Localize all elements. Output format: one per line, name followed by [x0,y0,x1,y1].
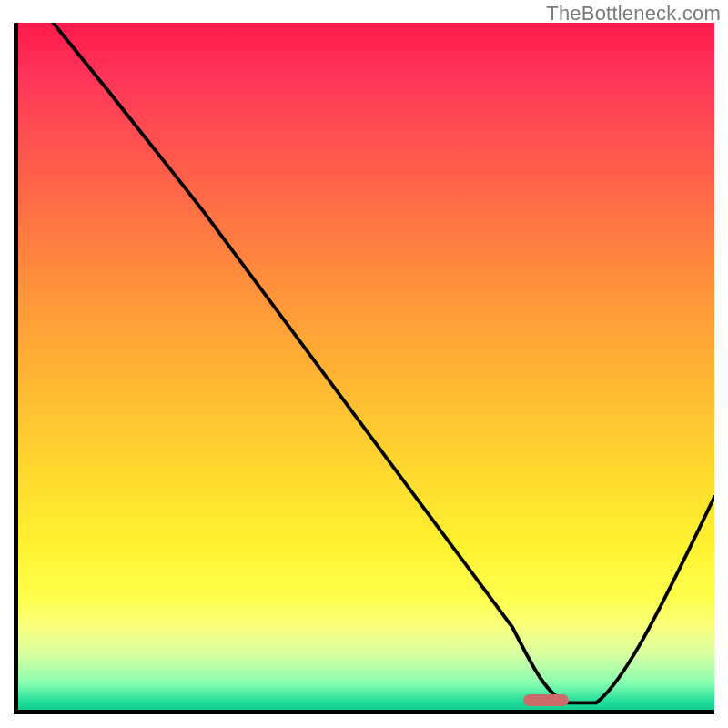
watermark-text: TheBottleneck.com [546,2,721,25]
chart-axes [14,23,714,714]
min-marker [523,694,569,706]
bottleneck-curve [18,23,714,710]
